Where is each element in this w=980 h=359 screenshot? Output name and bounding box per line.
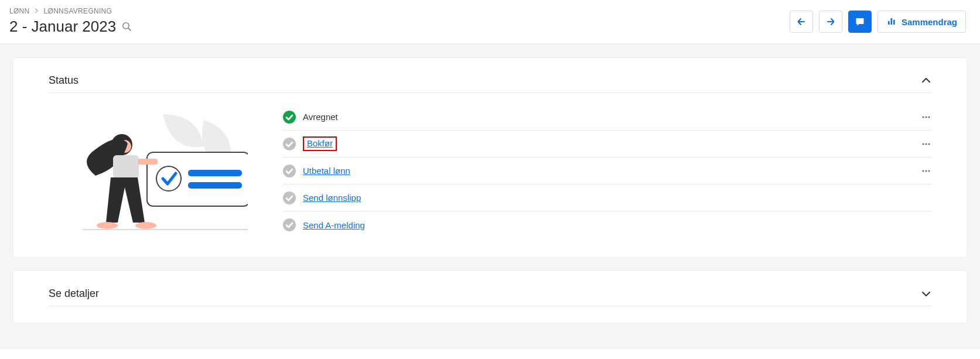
more-options-button[interactable]: [921, 139, 931, 149]
prev-button[interactable]: [790, 11, 813, 33]
status-step-link[interactable]: Send lønnslipp: [303, 193, 361, 203]
svg-rect-19: [188, 182, 242, 189]
check-complete-icon: [283, 111, 296, 124]
check-pending-icon: [283, 165, 296, 177]
header-actions: Sammendrag: [790, 11, 966, 33]
search-icon[interactable]: [122, 22, 132, 32]
chevron-up-icon: [921, 76, 931, 86]
bar-chart-icon: [886, 16, 897, 27]
status-step-label: Avregnet: [303, 112, 338, 122]
next-button[interactable]: [819, 11, 842, 33]
status-step-link[interactable]: Utbetal lønn: [303, 166, 350, 176]
summary-button[interactable]: Sammendrag: [877, 11, 966, 33]
check-pending-icon: [283, 218, 296, 231]
svg-rect-18: [188, 170, 242, 176]
status-step-left: Send A-melding: [283, 218, 365, 231]
status-card-header[interactable]: Status: [49, 74, 931, 93]
status-step-link[interactable]: Bokfør: [307, 138, 333, 148]
status-card-title: Status: [49, 74, 78, 87]
chat-icon: [855, 16, 865, 27]
check-pending-icon: [283, 192, 296, 204]
status-step: Utbetal lønn: [283, 158, 931, 184]
status-card: Status: [13, 57, 967, 258]
dots-icon: [921, 166, 931, 176]
more-options-button[interactable]: [921, 166, 931, 176]
status-step-left: Avregnet: [283, 111, 338, 124]
status-illustration: [49, 104, 248, 240]
svg-point-24: [97, 222, 118, 229]
breadcrumb-item[interactable]: LØNNSAVREGNING: [44, 7, 112, 15]
status-step-left: Bokfør: [283, 136, 337, 151]
arrow-right-icon: [825, 16, 836, 27]
page-title: 2 - Januar 2023: [9, 18, 116, 36]
breadcrumb: LØNN LØNNSAVREGNING: [9, 7, 132, 15]
dots-icon: [921, 139, 931, 149]
page-body: Status: [0, 45, 980, 349]
check-pending-icon: [283, 138, 296, 151]
arrow-left-icon: [796, 16, 807, 27]
status-step-left: Utbetal lønn: [283, 165, 350, 177]
svg-point-25: [135, 222, 156, 229]
status-step: Send A-melding: [283, 211, 931, 238]
svg-rect-23: [138, 159, 158, 165]
comments-button[interactable]: [848, 11, 872, 33]
header-left: LØNN LØNNSAVREGNING 2 - Januar 2023: [9, 7, 132, 36]
svg-rect-22: [113, 155, 139, 179]
details-card: Se detaljer: [13, 271, 967, 323]
status-step: Avregnet: [283, 104, 931, 131]
status-steps: AvregnetBokførUtbetal lønnSend lønnslipp…: [283, 104, 931, 238]
details-card-header[interactable]: Se detaljer: [49, 288, 931, 306]
more-options-button[interactable]: [921, 112, 931, 122]
page-header: LØNN LØNNSAVREGNING 2 - Januar 2023 Samm…: [0, 0, 980, 45]
highlighted-step: Bokfør: [303, 136, 337, 151]
details-card-title: Se detaljer: [49, 288, 99, 300]
dots-icon: [921, 112, 931, 122]
title-row: 2 - Januar 2023: [9, 18, 132, 36]
summary-button-label: Sammendrag: [902, 17, 957, 27]
breadcrumb-item[interactable]: LØNN: [9, 7, 30, 15]
status-step: Send lønnslipp: [283, 184, 931, 211]
status-body: AvregnetBokførUtbetal lønnSend lønnslipp…: [49, 104, 931, 240]
chevron-down-icon: [921, 289, 931, 299]
status-step: Bokfør: [283, 131, 931, 158]
status-step-left: Send lønnslipp: [283, 192, 361, 204]
status-step-link[interactable]: Send A-melding: [303, 220, 365, 230]
chevron-right-icon: [33, 7, 40, 15]
